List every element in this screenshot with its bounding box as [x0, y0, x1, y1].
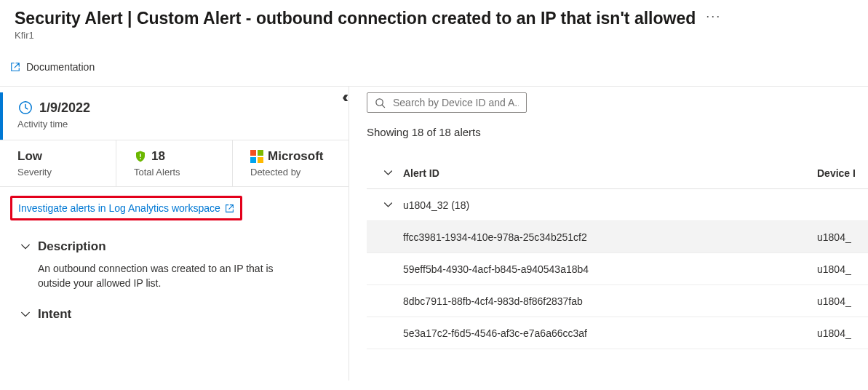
clock-icon	[17, 100, 33, 116]
description-body: An outbound connection was created to an…	[38, 261, 307, 291]
page-title: Security Alert | Custom Alert - outbound…	[15, 9, 696, 28]
column-device[interactable]: Device I	[817, 167, 868, 179]
search-box	[367, 92, 527, 113]
description-section: Description An outbound connection was c…	[0, 234, 349, 301]
chevron-down-icon	[383, 168, 393, 178]
description-title: Description	[38, 239, 106, 254]
alert-id-cell: ffcc3981-1934-410e-978a-25c34b251cf2	[403, 231, 817, 243]
alerts-table: Alert ID Device I u1804_32 (18) ffcc3981…	[367, 157, 868, 349]
stats-row: Low Severity 18 Total Alerts	[0, 140, 349, 187]
total-alerts-label: Total Alerts	[134, 167, 219, 178]
investigate-link-highlight: Investigate alerts in Log Analytics work…	[10, 196, 242, 220]
result-count: Showing 18 of 18 alerts	[367, 126, 868, 138]
alerts-pane: Showing 18 of 18 alerts Alert ID Device …	[349, 87, 868, 381]
severity-value: Low	[17, 149, 103, 164]
search-input[interactable]	[393, 97, 519, 108]
toolbar: Documentation	[0, 48, 868, 87]
external-link-icon	[10, 62, 20, 72]
svg-rect-2	[140, 158, 141, 159]
column-alert-id[interactable]: Alert ID	[403, 167, 817, 179]
table-row[interactable]: 59eff5b4-4930-4acf-b845-a940543a18b4 u18…	[367, 253, 868, 285]
intent-section: Intent	[0, 301, 349, 327]
table-row[interactable]: 5e3a17c2-f6d5-4546-af3c-e7a6a66cc3af u18…	[367, 317, 868, 349]
alert-id-cell: 8dbc7911-88fb-4cf4-983d-8f86f2837fab	[403, 295, 817, 307]
group-row[interactable]: u1804_32 (18)	[367, 189, 868, 221]
search-icon	[375, 98, 386, 108]
documentation-label: Documentation	[26, 61, 95, 73]
collapse-pane-button[interactable]: ‹‹	[338, 87, 349, 108]
total-alerts-card: 18 Total Alerts	[116, 140, 233, 186]
device-cell: u1804_	[817, 231, 868, 243]
table-header-row: Alert ID Device I	[367, 157, 868, 189]
severity-label: Severity	[17, 167, 103, 178]
expand-all-toggle[interactable]	[373, 168, 403, 178]
severity-card: Low Severity	[0, 140, 116, 186]
more-actions-button[interactable]: ···	[706, 9, 721, 28]
activity-time-value: 1/9/2022	[39, 100, 90, 116]
documentation-link[interactable]: Documentation	[7, 58, 97, 76]
group-name: u1804_32 (18)	[403, 199, 817, 211]
details-pane: ‹‹ 1/9/2022 Activity time Low Severity	[0, 87, 349, 381]
intent-toggle[interactable]: Intent	[20, 307, 331, 322]
detected-by-card: Microsoft Detected by	[233, 140, 349, 186]
table-row[interactable]: 8dbc7911-88fb-4cf4-983d-8f86f2837fab u18…	[367, 285, 868, 317]
description-toggle[interactable]: Description	[20, 239, 331, 254]
alert-id-cell: 59eff5b4-4930-4acf-b845-a940543a18b4	[403, 263, 817, 275]
intent-title: Intent	[38, 307, 71, 322]
activity-time-label: Activity time	[17, 119, 337, 130]
chevron-down-icon	[20, 309, 31, 319]
svg-rect-1	[140, 154, 141, 157]
detected-by-label: Detected by	[250, 167, 335, 178]
total-alerts-value: 18	[151, 149, 165, 164]
alert-id-cell: 5e3a17c2-f6d5-4546-af3c-e7a6a66cc3af	[403, 327, 817, 339]
detected-by-value: Microsoft	[268, 149, 324, 164]
device-cell: u1804_	[817, 295, 868, 307]
page-header: Security Alert | Custom Alert - outbound…	[0, 0, 868, 48]
microsoft-logo-icon	[250, 150, 263, 163]
shield-icon	[134, 150, 147, 163]
svg-point-3	[376, 98, 383, 105]
device-cell: u1804_	[817, 327, 868, 339]
page-subtitle: Kfir1	[15, 30, 853, 41]
chevron-down-icon	[383, 200, 393, 210]
table-row[interactable]: ffcc3981-1934-410e-978a-25c34b251cf2 u18…	[367, 221, 868, 253]
device-cell: u1804_	[817, 263, 868, 275]
external-link-icon	[225, 204, 234, 213]
activity-time-card: 1/9/2022 Activity time	[0, 92, 349, 140]
investigate-link[interactable]: Investigate alerts in Log Analytics work…	[18, 202, 220, 214]
chevron-down-icon	[20, 242, 31, 252]
